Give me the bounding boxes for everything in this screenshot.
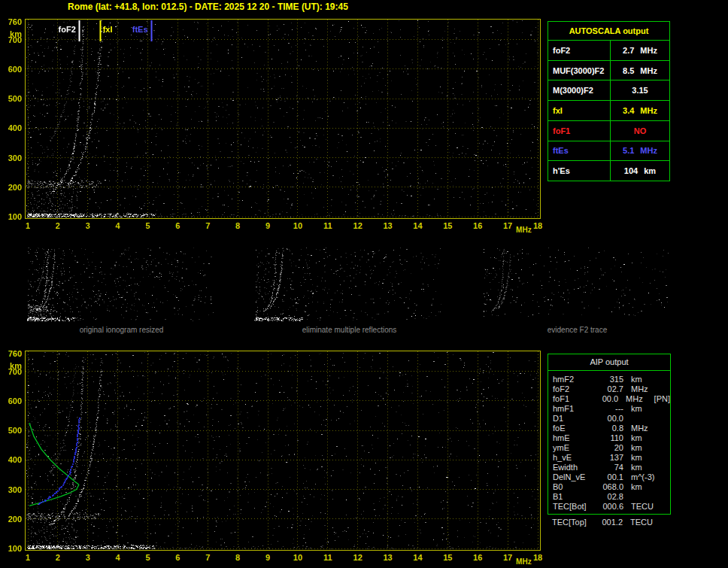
table-row: hmE110km xyxy=(548,433,670,443)
x-tick-label: 6 xyxy=(170,554,185,562)
row-label: foF1 xyxy=(548,394,596,404)
row-label: ftEs xyxy=(548,141,611,161)
x-tick-label: 11 xyxy=(320,222,335,230)
row-value: 110 xyxy=(599,433,623,443)
row-unit: TECU xyxy=(623,502,657,512)
row-value: --- xyxy=(599,404,623,414)
row-unit: TECU xyxy=(623,518,656,527)
table-row: B102.8 xyxy=(548,492,670,502)
value-text: 2.7 xyxy=(623,46,634,55)
table-row: foF22.7MHz xyxy=(548,41,669,61)
x-tick-label: 17 xyxy=(500,554,515,562)
x-tick-label: 8 xyxy=(230,222,245,230)
x-tick-label: 7 xyxy=(200,222,215,230)
row-value: 001.2 xyxy=(599,518,623,527)
row-label: M(3000)F2 xyxy=(548,80,611,100)
trace-marker-label: ftEs xyxy=(115,25,148,34)
value-text: 5.1 xyxy=(623,146,634,155)
table-row: TEC[Top]001.2TECU xyxy=(548,518,671,527)
row-unit: km xyxy=(623,375,657,384)
row-value: 137 xyxy=(599,453,623,463)
table-row: ymE20km xyxy=(548,443,670,453)
main-ionogram: foF2fxIftEs760700600500400300200100km123… xyxy=(25,19,541,219)
unit-text: MHz xyxy=(640,66,657,75)
value-text: 3.15 xyxy=(632,86,648,95)
y-axis-unit-label: km xyxy=(2,30,22,38)
table-row: DelN_vE00.1m^(-3) xyxy=(548,472,670,482)
row-unit: km xyxy=(623,453,657,463)
row-value: 02.8 xyxy=(599,492,623,502)
table-row: Ewidth74km xyxy=(548,463,670,472)
row-label: hmF2 xyxy=(548,375,599,384)
x-tick-label: 17 xyxy=(500,222,515,230)
aip-rows: hmF2315kmfoF202.7MHzfoF100.0MHz[PN]hmF1-… xyxy=(548,371,670,512)
row-label: B1 xyxy=(548,492,599,502)
table-row: fxI3.4MHz xyxy=(548,101,669,121)
autoscala-rows: foF22.7MHzMUF(3000)F28.5MHzM(3000)F23.15… xyxy=(548,41,669,181)
row-value: 0.8 xyxy=(599,424,623,433)
x-tick-label: 7 xyxy=(200,554,215,562)
row-label: ymE xyxy=(548,443,599,453)
row-value: 00.0 xyxy=(596,394,618,404)
main-ionogram-canvas xyxy=(25,19,541,219)
y-tick-label: 500 xyxy=(2,427,22,435)
row-label: h'Es xyxy=(548,161,611,181)
thumbnail-original-ionogram xyxy=(26,246,217,324)
row-value: 02.7 xyxy=(599,384,623,394)
y-tick-label: 760 xyxy=(2,350,22,358)
x-tick-label: 1 xyxy=(20,554,35,562)
aip-output-panel: AIP output hmF2315kmfoF202.7MHzfoF100.0M… xyxy=(548,354,671,515)
unit-text: MHz xyxy=(640,46,657,55)
autoscala-output-panel: AUTOSCALA output foF22.7MHzMUF(3000)F28.… xyxy=(548,21,670,181)
x-tick-label: 2 xyxy=(50,222,65,230)
profile-ionogram: 760700600500400300200100km12345678910111… xyxy=(25,351,541,551)
x-tick-label: 16 xyxy=(470,222,485,230)
table-row: D100.0 xyxy=(548,414,670,424)
x-tick-label: 11 xyxy=(320,554,335,562)
row-label: D1 xyxy=(548,414,599,424)
y-tick-label: 600 xyxy=(2,65,22,74)
x-tick-label: 9 xyxy=(260,222,275,230)
x-tick-label: 12 xyxy=(350,554,366,562)
table-row: foE0.8MHz xyxy=(548,424,670,433)
aip-tec-top-row: TEC[Top]001.2TECU xyxy=(548,518,671,527)
unit-text: km xyxy=(644,166,656,175)
table-row: h_vE137km xyxy=(548,453,670,463)
row-label: Ewidth xyxy=(548,463,599,472)
thumbnail-cleaned-ionogram xyxy=(254,246,444,324)
row-label: B0 xyxy=(548,482,599,492)
header-title: Rome (lat: +41.8, lon: 012.5) - DATE: 20… xyxy=(68,2,348,12)
trace-marker-label: fxI xyxy=(103,25,113,34)
table-row: B0068.0km xyxy=(548,482,670,492)
row-unit xyxy=(623,492,657,502)
x-tick-label: 15 xyxy=(440,222,455,230)
table-row: M(3000)F23.15 xyxy=(548,80,669,101)
table-row: ftEs5.1MHz xyxy=(548,141,669,162)
table-row: foF100.0MHz[PN] xyxy=(548,394,670,404)
y-tick-label: 200 xyxy=(2,184,22,192)
x-tick-label: 5 xyxy=(141,554,156,562)
x-tick-label: 8 xyxy=(230,554,245,562)
row-label: foF2 xyxy=(548,384,599,394)
row-unit: m^(-3) xyxy=(623,472,657,482)
row-value: 104km xyxy=(611,166,669,175)
trace-marker-label: foF2 xyxy=(43,25,76,34)
value-text: NO xyxy=(634,126,647,135)
unit-text: MHz xyxy=(640,146,657,155)
y-tick-label: 300 xyxy=(2,486,22,494)
row-unit: km xyxy=(623,463,657,472)
row-value: 3.4MHz xyxy=(611,106,669,115)
row-value: 00.0 xyxy=(599,414,623,424)
row-unit: km xyxy=(623,404,657,414)
y-tick-label: 400 xyxy=(2,456,22,464)
y-tick-label: 300 xyxy=(2,154,22,163)
row-unit xyxy=(623,414,657,424)
x-tick-label: 16 xyxy=(470,554,485,562)
row-value: 74 xyxy=(599,463,623,472)
unit-text: MHz xyxy=(640,106,657,115)
row-value: NO xyxy=(611,126,669,135)
x-tick-label: 4 xyxy=(111,222,126,230)
table-row: h'Es104km xyxy=(548,161,669,181)
row-label: DelN_vE xyxy=(548,472,599,482)
x-tick-label: 10 xyxy=(290,222,305,230)
